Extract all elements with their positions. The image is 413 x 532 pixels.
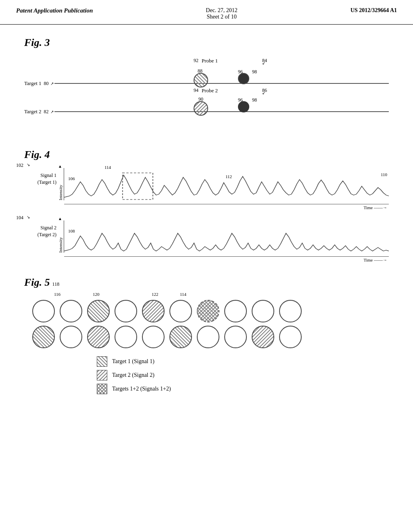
signal2-box: 104 ↘ Signal 2(Target 2) ▲ Intensity: [24, 216, 389, 262]
signal2-chart: 108: [64, 216, 389, 257]
signal1-chart: 106 114 112 110: [64, 164, 389, 204]
fig5-r2-circle-2-empty: [60, 326, 82, 348]
fig5-r2-circle-6-hatch: [169, 326, 192, 348]
fig4-section: Fig. 4 102 ↘ Signal 1(Target 1) ▲ Intens…: [24, 149, 389, 262]
header-left-title: Patent Application Publication: [16, 7, 93, 14]
target1-horizontal-line: [54, 83, 389, 84]
ref-104: 104: [16, 215, 23, 221]
ref-90: 90: [198, 96, 203, 102]
legend-item-1: Target 1 (Signal 1): [97, 356, 389, 367]
fig3-diagram: Target 1 80 ↗ Target 2 82 ↗ 92 Probe 1 8…: [24, 52, 389, 133]
fig5-row2: [24, 326, 389, 348]
fig3-title: Fig. 3: [24, 37, 389, 49]
time-text-1: Time: [363, 205, 373, 210]
header-center-info: Dec. 27, 2012 Sheet 2 of 10: [206, 7, 238, 20]
fig5-r2-circle-8-empty: [224, 326, 247, 348]
signal2-svg: [64, 216, 389, 256]
fig5-r2-circle-5-empty: [142, 326, 165, 348]
signal1-svg: [64, 164, 389, 204]
intensity-label-1: Intensity: [58, 168, 64, 200]
signal2-side-label: Signal 2(Target 2): [24, 224, 56, 238]
fig5-r2-circle-10-empty: [279, 326, 302, 348]
fig5-section: Fig. 5 118 116 120 122 114: [24, 276, 389, 394]
probe2-label: Probe 2: [202, 87, 218, 94]
fig5-r2-circle-4-empty: [115, 326, 137, 348]
fig5-row1: [24, 300, 389, 322]
fig4-title: Fig. 4: [24, 149, 389, 161]
fig5-legend: Target 1 (Signal 1) Target 2 (Signal 2) …: [97, 356, 389, 394]
fig5-circle-4-empty: [115, 300, 137, 322]
fig5-circle-1-empty: [32, 300, 55, 322]
fig5-title: Fig. 5: [24, 276, 50, 289]
legend-label-3: Targets 1+2 (Signals 1+2): [112, 386, 171, 392]
page-header: Patent Application Publication Dec. 27, …: [0, 0, 413, 25]
fig5-ref-122: 122: [152, 292, 159, 297]
ref-92: 92: [194, 58, 198, 64]
target2-label: Target 2: [24, 108, 42, 115]
legend-item-3: Targets 1+2 (Signals 1+2): [97, 384, 389, 394]
patent-id: US 2012/329664 A1: [350, 7, 397, 13]
fig5-ref-118: 118: [52, 281, 60, 287]
ref-112: 112: [225, 174, 232, 179]
fig5-r2-circle-1-hatch: [32, 326, 55, 348]
ref-110: 110: [381, 172, 387, 177]
ref-88: 88: [198, 68, 202, 74]
ref-94: 94: [194, 87, 198, 94]
time-label-2: Time ——→: [24, 258, 389, 262]
signal1-box: 102 ↘ Signal 1(Target 1) ▲ Intensity: [24, 164, 389, 210]
time-text-2: Time: [363, 258, 373, 262]
ref-106: 106: [68, 176, 75, 181]
ref-108: 108: [68, 229, 75, 233]
signal1-side-label: Signal 1(Target 1): [24, 172, 56, 186]
ref-114-chart: 114: [104, 165, 111, 170]
fig5-r2-circle-7-empty: [197, 326, 219, 348]
ref-98-t1: 98: [252, 69, 257, 75]
publication-date: Dec. 27, 2012: [206, 7, 238, 14]
fig5-ref-114: 114: [180, 292, 186, 297]
patent-number: US 2012/329664 A1: [350, 7, 397, 14]
fig5-circle-8-empty: [224, 300, 247, 322]
fig5-r2-circle-9-diag: [252, 326, 274, 348]
ref-96: 96: [238, 69, 243, 75]
fig5-ref-120: 120: [93, 292, 100, 297]
circle-88: [194, 73, 208, 87]
legend-item-2: Target 2 (Signal 2): [97, 370, 389, 380]
fig5-circle-9-empty: [252, 300, 274, 322]
legend-swatch-2: [97, 370, 107, 380]
fig5-r2-circle-3-diag: [87, 326, 110, 348]
fig5-circle-6-empty: [169, 300, 192, 322]
ref-80: 80: [44, 81, 49, 87]
probe1-label: Probe 1: [202, 58, 218, 64]
ref-98-t2: 98: [252, 97, 257, 103]
ref-102: 102: [16, 162, 23, 168]
publication-title: Patent Application Publication: [16, 7, 93, 14]
legend-swatch-1: [97, 356, 107, 367]
main-content: Fig. 3 Target 1 80 ↗ Target 2 82 ↗ 92 Pr…: [0, 25, 413, 409]
fig5-circle-10-empty: [279, 300, 302, 322]
fig3-section: Fig. 3 Target 1 80 ↗ Target 2 82 ↗ 92 Pr…: [24, 37, 389, 133]
fig5-circle-7-crosshatch-dashed: [197, 300, 219, 322]
time-label-1: Time ——→: [24, 205, 389, 210]
fig5-circle-2-empty: [60, 300, 82, 322]
circle-90: [194, 101, 208, 116]
legend-label-1: Target 1 (Signal 1): [112, 358, 154, 365]
fig5-circle-5-diag: [142, 300, 165, 322]
svg-rect-0: [123, 173, 153, 200]
fig5-circle-3-hatch: [87, 300, 110, 322]
ref-82: 82: [44, 109, 49, 115]
sheet-info: Sheet 2 of 10: [206, 14, 238, 20]
fig5-ref-labels: 116 120 122 114: [24, 292, 389, 299]
legend-swatch-3: [97, 384, 107, 394]
ref-96-t2: 96: [238, 97, 243, 103]
legend-label-2: Target 2 (Signal 2): [112, 372, 154, 378]
intensity-label-2: Intensity: [58, 220, 64, 253]
target2-horizontal-line: [54, 111, 389, 112]
target1-label: Target 1: [24, 80, 42, 87]
fig5-ref-116: 116: [54, 292, 60, 297]
